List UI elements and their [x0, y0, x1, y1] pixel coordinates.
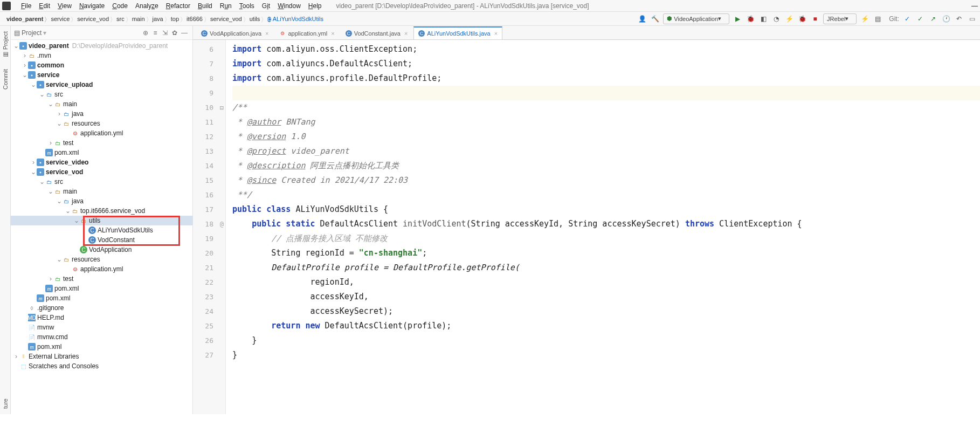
expand-all-icon[interactable]: ≡ — [150, 28, 160, 38]
tree-service-vod[interactable]: service_vod — [46, 168, 83, 176]
tree-appyml1[interactable]: application.yml — [80, 129, 123, 137]
sidetab-structure[interactable]: ture — [2, 398, 9, 409]
tree-resources2[interactable]: resources — [72, 256, 100, 263]
tab-aliyunvodsdkutils[interactable]: CALiYunVodSdkUtils.java× — [413, 26, 502, 39]
tree-resources1[interactable]: resources — [72, 120, 100, 127]
close-icon[interactable]: × — [331, 30, 334, 37]
bc-service-vod[interactable]: service_vod — [74, 16, 113, 22]
tree-main1[interactable]: main — [63, 100, 77, 108]
tree-scratch[interactable]: Scratches and Consoles — [29, 362, 99, 370]
tree-cls2[interactable]: VodConstant — [98, 236, 135, 244]
sidetab-project[interactable]: ▤ Project — [2, 31, 9, 58]
jrebel-selector[interactable]: JRebel ▾ — [823, 13, 857, 24]
tree-extlib[interactable]: External Libraries — [29, 353, 79, 360]
coverage-icon[interactable]: ◧ — [758, 14, 768, 24]
menu-navigate[interactable]: Navigate — [75, 2, 108, 10]
tree-java2[interactable]: java — [72, 197, 84, 205]
bc-class[interactable]: CALiYunVodSdkUtils — [264, 16, 328, 22]
close-icon[interactable]: × — [494, 30, 498, 37]
menu-view[interactable]: View — [54, 2, 75, 10]
tree-src2[interactable]: src — [54, 178, 63, 185]
tree-mvnwcmd[interactable]: mvnw.cmd — [37, 333, 68, 341]
jrebel-run-icon[interactable]: ⚡ — [784, 14, 794, 24]
menu-file[interactable]: File — [17, 2, 35, 10]
close-icon[interactable]: × — [265, 30, 268, 37]
menu-edit[interactable]: Edit — [35, 2, 54, 10]
tab-vodapplication[interactable]: CVodApplication.java× — [196, 26, 273, 39]
menu-run[interactable]: Run — [216, 2, 236, 10]
main-area: ▤ Project Commit ture ▤ Project ▾ ⊕ ≡ ⇲ … — [0, 26, 980, 414]
run-icon[interactable]: ▶ — [733, 14, 742, 24]
tab-vodconstant[interactable]: CVodConstant.java× — [341, 26, 413, 39]
stop-icon[interactable]: ■ — [810, 14, 820, 24]
jrebel-icon2[interactable]: ▤ — [873, 14, 882, 24]
tab-applicationyml[interactable]: ⚙application.yml× — [274, 26, 339, 39]
bc-top[interactable]: top — [168, 16, 183, 22]
bc-service[interactable]: service — [47, 16, 74, 22]
code-editor[interactable]: 6 7 8 9 10⊟ 11 12 13 14 15 16 17 18@ 19 … — [193, 40, 980, 414]
menu-help[interactable]: Help — [305, 2, 326, 10]
tree-pom2[interactable]: pom.xml — [54, 285, 79, 292]
tree-pom1[interactable]: pom.xml — [54, 149, 79, 156]
tree-root[interactable]: video_parent — [29, 42, 69, 50]
tree-utils[interactable]: utils — [89, 217, 100, 224]
profile-icon[interactable]: ◔ — [771, 14, 781, 24]
user-icon[interactable]: 👤 — [637, 14, 647, 24]
bc-it6666[interactable]: it6666 — [183, 16, 207, 22]
menu-refactor[interactable]: Refactor — [162, 2, 194, 10]
tree-main2[interactable]: main — [63, 188, 77, 195]
project-panel-title[interactable]: ▤ Project ▾ — [14, 29, 141, 37]
tree-service-video[interactable]: service_video — [46, 159, 88, 166]
tree-pom3[interactable]: pom.xml — [46, 294, 70, 302]
tree-test1[interactable]: test — [63, 139, 73, 147]
bc-utils[interactable]: utils — [246, 16, 265, 22]
tree-mvnw[interactable]: mvnw — [37, 324, 54, 331]
close-icon[interactable]: × — [404, 30, 408, 37]
menu-tools[interactable]: Tools — [236, 2, 258, 10]
tree-test2[interactable]: test — [63, 275, 73, 283]
git-history-icon[interactable]: 🕐 — [941, 14, 951, 24]
tree-service-upload[interactable]: service_upload — [46, 81, 93, 88]
git-push-icon[interactable]: ↗ — [928, 14, 938, 24]
tree-java1[interactable]: java — [72, 110, 84, 118]
gutter[interactable]: 6 7 8 9 10⊟ 11 12 13 14 15 16 17 18@ 19 … — [193, 40, 226, 414]
bc-main[interactable]: main — [129, 16, 149, 22]
select-opened-icon[interactable]: ⊕ — [141, 28, 150, 38]
search-icon[interactable]: ▭ — [967, 14, 977, 24]
build-icon[interactable]: 🔨 — [650, 14, 660, 24]
tree-pkg[interactable]: top.it6666.service_vod — [80, 207, 145, 215]
tree-cls3[interactable]: VodApplication — [89, 246, 132, 253]
sidetab-commit[interactable]: Commit — [2, 69, 9, 90]
run-config-selector[interactable]: ⬢VideoApplication ▾ — [663, 13, 729, 24]
tree-src1[interactable]: src — [54, 91, 63, 98]
tree-service[interactable]: service — [37, 71, 59, 79]
jrebel-debug-icon[interactable]: 🐞 — [797, 14, 807, 24]
hide-icon[interactable]: — — [180, 28, 189, 38]
menu-code[interactable]: Code — [108, 2, 132, 10]
settings-icon[interactable]: ✿ — [170, 28, 180, 38]
menu-git[interactable]: Git — [258, 2, 274, 10]
debug-icon[interactable]: 🐞 — [746, 14, 755, 24]
bc-src[interactable]: src — [113, 16, 129, 22]
tree-pom4[interactable]: pom.xml — [37, 343, 61, 351]
collapse-all-icon[interactable]: ⇲ — [160, 28, 170, 38]
jrebel-icon[interactable]: ⚡ — [860, 14, 869, 24]
minimize-button[interactable]: — — [971, 2, 978, 10]
menu-analyze[interactable]: Analyze — [132, 2, 162, 10]
menu-build[interactable]: Build — [194, 2, 216, 10]
tree-help[interactable]: HELP.md — [37, 314, 64, 321]
bc-java[interactable]: java — [149, 16, 168, 22]
tree-gitignore[interactable]: .gitignore — [37, 304, 64, 312]
tree-common[interactable]: common — [37, 61, 64, 69]
tree-appyml2[interactable]: application.yml — [80, 265, 123, 273]
git-rollback-icon[interactable]: ↶ — [954, 14, 964, 24]
menu-window[interactable]: Window — [274, 2, 305, 10]
git-commit-icon[interactable]: ✓ — [915, 14, 925, 24]
bc-service-vod-pkg[interactable]: service_vod — [207, 16, 246, 22]
git-update-icon[interactable]: ✓ — [902, 14, 912, 24]
bc-video-parent[interactable]: video_parent — [3, 16, 47, 22]
tree-mvn[interactable]: .mvn — [37, 52, 51, 59]
project-tree[interactable]: ⌄▪video_parentD:\Develop\IdeaPro\video_p… — [11, 40, 192, 414]
tree-cls1[interactable]: ALiYunVodSdkUtils — [98, 226, 153, 234]
code-content[interactable]: import com.aliyun.oss.ClientException; i… — [226, 40, 980, 414]
